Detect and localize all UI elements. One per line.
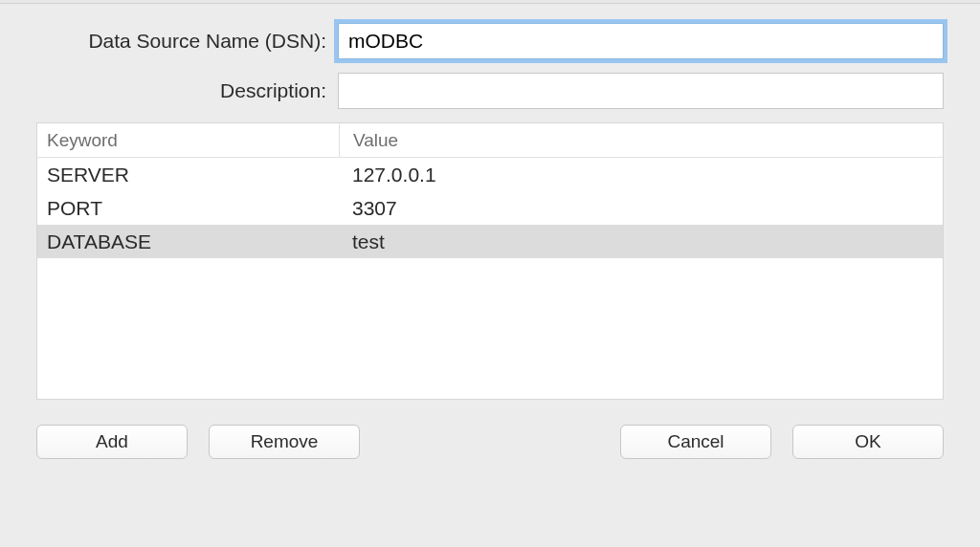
cell-keyword: DATABASE [37,230,339,253]
dsn-row: Data Source Name (DSN): [36,23,944,59]
table-row[interactable]: SERVER127.0.0.1 [37,158,943,191]
keyword-value-table: Keyword Value SERVER127.0.0.1PORT3307DAT… [36,122,944,400]
cell-value: test [339,230,943,253]
button-spacer [381,425,599,459]
cancel-button[interactable]: Cancel [620,425,771,459]
remove-button[interactable]: Remove [209,425,360,459]
add-button[interactable]: Add [36,425,188,459]
table-body: SERVER127.0.0.1PORT3307DATABASEtest [37,158,943,399]
ok-button[interactable]: OK [792,425,944,459]
dsn-input[interactable] [338,23,944,59]
dsn-label: Data Source Name (DSN): [36,30,338,53]
table-row[interactable]: DATABASEtest [37,225,943,258]
column-header-keyword[interactable]: Keyword [37,130,339,151]
description-label: Description: [36,79,338,102]
cell-keyword: SERVER [37,164,339,186]
dsn-config-dialog: Data Source Name (DSN): Description: Key… [0,4,980,478]
cell-value: 3307 [339,197,943,220]
description-row: Description: [36,73,944,109]
description-input[interactable] [338,73,944,109]
button-bar: Add Remove Cancel OK [36,425,944,459]
cell-keyword: PORT [37,197,339,220]
table-row[interactable]: PORT3307 [37,191,943,225]
column-header-value[interactable]: Value [339,123,943,157]
cell-value: 127.0.0.1 [339,164,943,186]
table-header-row: Keyword Value [37,123,943,158]
